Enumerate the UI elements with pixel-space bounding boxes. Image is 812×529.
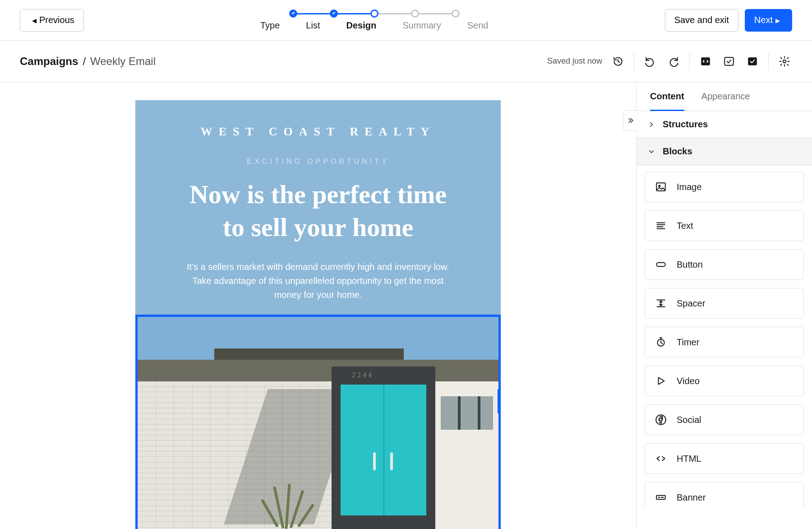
plant-graphic: [264, 479, 318, 529]
step-dot-design[interactable]: [370, 9, 378, 18]
svg-rect-5: [656, 183, 665, 190]
settings-icon[interactable]: [777, 54, 792, 69]
breadcrumb-separator: /: [83, 55, 86, 68]
block-spacer[interactable]: Spacer: [645, 288, 804, 319]
image-icon: [655, 181, 667, 193]
block-timer[interactable]: Timer: [645, 327, 804, 357]
block-social[interactable]: Social: [645, 404, 804, 435]
block-list: Image Text Button Spacer Timer Video: [637, 165, 812, 508]
test-send-icon[interactable]: [745, 54, 760, 69]
svg-rect-0: [701, 57, 710, 65]
sub-bar: Campaigns / Weekly Email Saved just now: [0, 41, 812, 82]
history-icon[interactable]: [610, 54, 626, 69]
breadcrumb: Campaigns / Weekly Email: [20, 55, 156, 68]
step-label-design[interactable]: Design: [346, 20, 376, 31]
preview-icon[interactable]: [721, 54, 737, 69]
block-timer-label: Timer: [677, 337, 699, 348]
email-eyebrow: EXCITING OPPORTUNITY: [135, 158, 501, 166]
chevron-left-icon: ◂: [32, 15, 37, 26]
breadcrumb-root[interactable]: Campaigns: [20, 55, 78, 68]
block-image[interactable]: Image: [645, 172, 804, 202]
html-icon: [655, 453, 667, 464]
email-brand: WEST COAST REALTY: [135, 125, 501, 139]
hero-address: 2244: [352, 371, 374, 379]
block-spacer-label: Spacer: [677, 298, 705, 309]
banner-icon: [655, 492, 667, 503]
section-blocks-label: Blocks: [663, 146, 692, 157]
svg-rect-7: [656, 263, 665, 267]
step-label-type[interactable]: Type: [260, 20, 280, 31]
section-structures[interactable]: Structures: [637, 111, 812, 138]
next-button[interactable]: Next ▸: [745, 9, 792, 32]
video-icon: [655, 375, 667, 387]
spacer-icon: [655, 297, 667, 309]
chevron-right-icon: ▸: [775, 15, 780, 26]
block-text-label: Text: [677, 221, 693, 231]
previous-button[interactable]: ◂ Previous: [20, 9, 84, 32]
email-preview[interactable]: WEST COAST REALTY EXCITING OPPORTUNITY N…: [135, 100, 501, 529]
collapse-panel-button[interactable]: [623, 110, 637, 131]
section-blocks[interactable]: Blocks: [637, 138, 812, 165]
panel-tabs: Content Appearance: [637, 82, 812, 111]
side-panel: Content Appearance Structures Blocks Ima…: [636, 82, 812, 529]
social-icon: [655, 414, 667, 426]
block-image-label: Image: [677, 182, 702, 192]
svg-rect-1: [724, 57, 734, 65]
tab-appearance[interactable]: Appearance: [701, 91, 750, 111]
save-and-exit-button[interactable]: Save and exit: [665, 9, 738, 32]
block-button-label: Button: [677, 260, 703, 270]
text-icon: [655, 220, 667, 232]
saved-status: Saved just now: [547, 56, 602, 66]
block-text[interactable]: Text: [645, 210, 804, 241]
next-label: Next: [754, 15, 773, 25]
previous-label: Previous: [39, 15, 74, 25]
step-label-send[interactable]: Send: [467, 20, 489, 31]
stepper: Type List Design Summary Send: [260, 9, 488, 31]
step-label-summary[interactable]: Summary: [402, 20, 441, 31]
block-html[interactable]: HTML: [645, 443, 804, 474]
timer-icon: [655, 336, 667, 348]
canvas[interactable]: WEST COAST REALTY EXCITING OPPORTUNITY N…: [0, 82, 636, 529]
section-structures-label: Structures: [663, 119, 708, 130]
email-hero-block-selected[interactable]: 2244: [135, 315, 501, 529]
chevron-right-icon: [647, 121, 655, 129]
email-paragraph: It's a sellers market with demand curren…: [183, 260, 453, 302]
svg-point-3: [783, 60, 786, 63]
tab-content[interactable]: Content: [650, 91, 684, 111]
svg-rect-2: [748, 57, 757, 65]
button-icon: [655, 259, 667, 270]
step-dot-type[interactable]: [289, 9, 297, 18]
breadcrumb-current: Weekly Email: [90, 55, 156, 68]
svg-point-6: [659, 185, 660, 186]
block-banner-label: Banner: [677, 492, 706, 503]
top-bar: ◂ Previous Type List Design Summary Send…: [0, 0, 812, 41]
block-banner[interactable]: Banner: [645, 482, 804, 508]
step-dot-summary[interactable]: [411, 9, 419, 18]
step-dot-send[interactable]: [452, 9, 460, 18]
undo-icon[interactable]: [642, 54, 658, 69]
email-headline: Now is the perfect time to sell your hom…: [135, 178, 501, 244]
save-and-exit-label: Save and exit: [674, 15, 729, 25]
step-label-list[interactable]: List: [306, 20, 320, 31]
block-html-label: HTML: [677, 454, 701, 464]
block-video-label: Video: [677, 376, 700, 386]
block-social-label: Social: [677, 415, 701, 425]
step-dot-list[interactable]: [330, 9, 338, 18]
block-action-toolbar: [498, 389, 501, 413]
code-view-icon[interactable]: [698, 54, 713, 69]
svg-rect-10: [656, 496, 665, 500]
block-button[interactable]: Button: [645, 249, 804, 280]
chevron-down-icon: [647, 148, 655, 156]
redo-icon[interactable]: [666, 54, 681, 69]
block-video[interactable]: Video: [645, 366, 804, 396]
